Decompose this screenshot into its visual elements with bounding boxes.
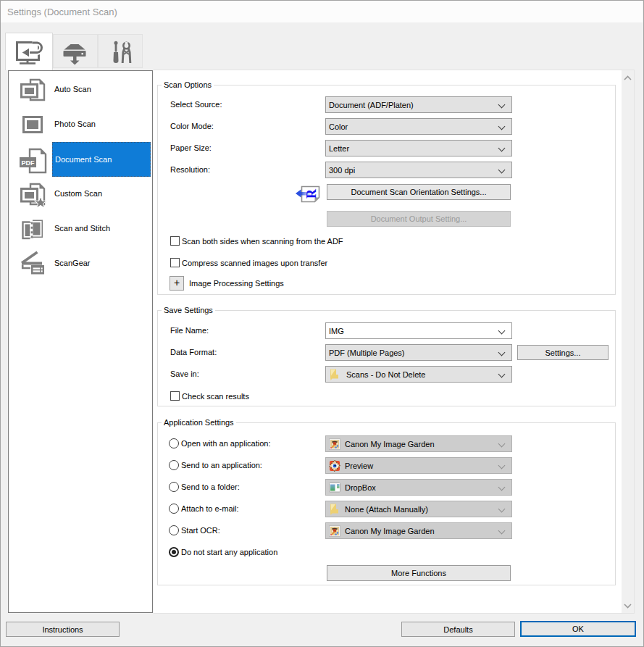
svg-text:R: R bbox=[304, 188, 319, 199]
svg-text:PDF: PDF bbox=[22, 159, 35, 167]
